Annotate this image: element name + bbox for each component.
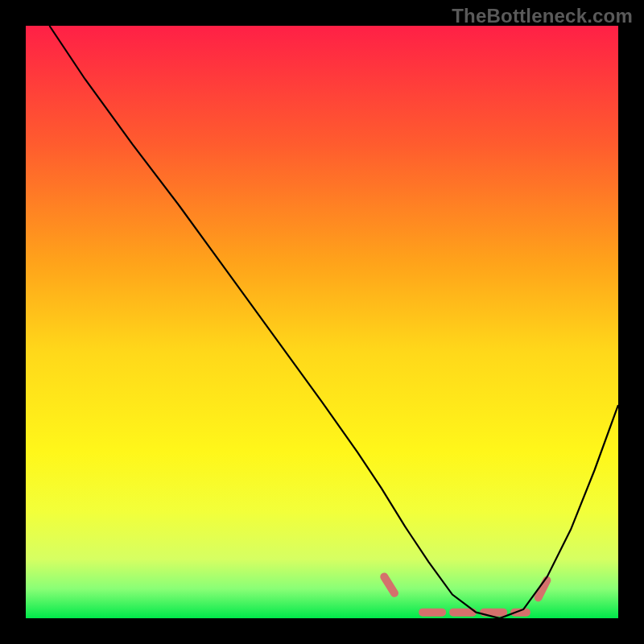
bottleneck-chart xyxy=(0,0,644,644)
watermark-text: TheBottleneck.com xyxy=(452,5,633,27)
svg-rect-0 xyxy=(26,26,618,618)
